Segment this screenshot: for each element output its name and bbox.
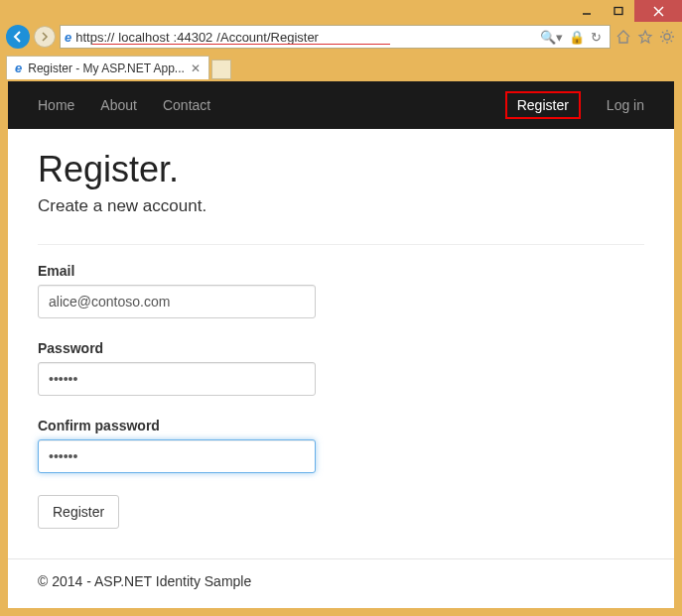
nav-about[interactable]: About <box>100 97 137 113</box>
nav-contact[interactable]: Contact <box>163 97 210 113</box>
tools-gear-icon[interactable] <box>658 28 676 46</box>
refresh-icon[interactable]: ↻ <box>591 30 602 45</box>
url-highlight <box>92 44 390 45</box>
ie-icon: e <box>65 30 71 45</box>
favorites-star-icon[interactable] <box>636 28 654 46</box>
divider <box>38 244 644 245</box>
url-host: localhost <box>118 30 169 45</box>
password-field[interactable] <box>38 362 316 396</box>
search-dropdown-icon[interactable]: 🔍▾ <box>540 30 563 45</box>
confirm-password-label: Confirm password <box>38 418 644 433</box>
close-button[interactable] <box>634 0 682 22</box>
footer-text: © 2014 - ASP.NET Identity Sample <box>38 573 251 589</box>
nav-register[interactable]: Register <box>505 91 581 119</box>
page-subtitle: Create a new account. <box>38 196 644 216</box>
tab-title: Register - My ASP.NET App... <box>28 62 185 75</box>
page-content: Register. Create a new account. Email Pa… <box>8 129 674 539</box>
maximize-button[interactable] <box>603 0 634 22</box>
nav-login[interactable]: Log in <box>607 97 644 113</box>
svg-line-10 <box>671 41 672 42</box>
svg-line-9 <box>662 32 663 33</box>
svg-point-4 <box>664 34 670 40</box>
forward-button[interactable] <box>34 26 56 48</box>
svg-line-12 <box>662 41 663 42</box>
address-row: e https://localhost:44302/Account/Regist… <box>0 22 682 52</box>
page-footer: © 2014 - ASP.NET Identity Sample <box>8 558 674 603</box>
home-icon[interactable] <box>614 28 632 46</box>
page-heading: Register. <box>38 149 644 190</box>
tab-close-icon[interactable]: ✕ <box>191 62 201 75</box>
back-button[interactable] <box>6 25 30 49</box>
new-tab-button[interactable] <box>211 60 231 79</box>
email-field[interactable] <box>38 285 316 318</box>
ie-icon: e <box>15 61 22 75</box>
minimize-button[interactable] <box>571 0 603 22</box>
svg-rect-1 <box>614 8 622 15</box>
tabs-row: e Register - My ASP.NET App... ✕ <box>0 52 682 79</box>
email-label: Email <box>38 263 644 279</box>
lock-icon: 🔒 <box>569 30 585 45</box>
window-titlebar <box>0 0 682 22</box>
url-protocol: https:// <box>75 30 114 45</box>
confirm-password-field[interactable] <box>38 439 316 473</box>
url-port: :44302 <box>174 30 213 45</box>
page-viewport: Home About Contact Register Log in Regis… <box>8 81 674 608</box>
nav-home[interactable]: Home <box>38 97 74 113</box>
register-button[interactable]: Register <box>38 495 119 529</box>
url-path: /Account/Register <box>216 30 319 45</box>
site-nav: Home About Contact Register Log in <box>8 81 674 129</box>
address-bar[interactable]: e https://localhost:44302/Account/Regist… <box>60 25 611 49</box>
browser-tab[interactable]: e Register - My ASP.NET App... ✕ <box>6 56 209 79</box>
svg-line-11 <box>671 32 672 33</box>
password-label: Password <box>38 340 644 356</box>
